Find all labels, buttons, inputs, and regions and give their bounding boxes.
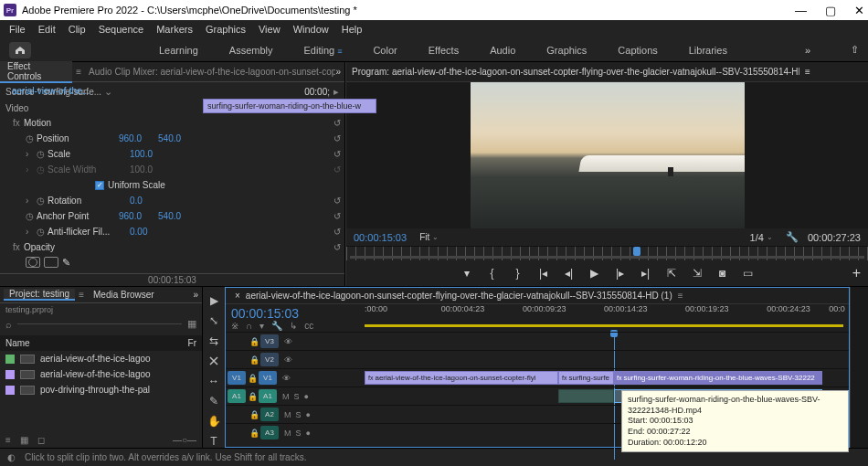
overflow-icon[interactable]: » bbox=[805, 45, 810, 56]
chevron-down-icon[interactable]: ⌄ bbox=[104, 86, 112, 98]
clip-v1a[interactable]: fxaerial-view-of-the-ice-lagoon-on-sunse… bbox=[365, 371, 558, 385]
slip-tool[interactable]: ↔ bbox=[206, 375, 222, 387]
project-item[interactable]: pov-driving-through-the-pal bbox=[0, 382, 202, 397]
extract-icon[interactable]: ⇲ bbox=[689, 267, 705, 280]
stopwatch-icon[interactable]: ◷ bbox=[26, 211, 37, 221]
timeline-ruler[interactable]: :00:00 00:00:04:23 00:00:09:23 00:00:14:… bbox=[365, 304, 843, 330]
insert-icon[interactable]: ↳ bbox=[290, 321, 297, 331]
lock-icon[interactable]: 🔒 bbox=[249, 355, 259, 365]
prop-opacity-group[interactable]: Opacity bbox=[24, 242, 106, 252]
ws-captions[interactable]: Captions bbox=[618, 45, 657, 56]
record-icon[interactable]: ● bbox=[306, 410, 311, 419]
reset-icon[interactable]: ↺ bbox=[333, 196, 341, 206]
settings-icon[interactable]: 🔧 bbox=[271, 321, 282, 331]
stopwatch-icon[interactable]: ◷ bbox=[26, 133, 37, 143]
track-lanes[interactable]: fxaerial-view-of-the-ice-lagoon-on-sunse… bbox=[365, 332, 849, 447]
expand-icon[interactable]: › bbox=[26, 227, 37, 237]
chevron-down-icon[interactable]: ⌄ bbox=[432, 233, 439, 241]
search-icon[interactable]: ⌕ bbox=[5, 319, 12, 330]
toggle-output-icon[interactable]: 👁 bbox=[284, 355, 292, 365]
ws-effects[interactable]: Effects bbox=[429, 45, 459, 56]
expand-icon[interactable]: › bbox=[26, 196, 37, 206]
anchor-y[interactable]: 540.0 bbox=[158, 211, 181, 221]
overlay-clip[interactable]: surfing-surfer-woman-riding-on-the-blue-… bbox=[203, 99, 376, 113]
stopwatch-icon[interactable]: ◷ bbox=[37, 196, 48, 206]
col-fr[interactable]: Fr bbox=[188, 338, 196, 348]
antiflicker-val[interactable]: 0.00 bbox=[130, 227, 147, 237]
compare-icon[interactable]: ▭ bbox=[740, 267, 757, 280]
menu-help[interactable]: Help bbox=[342, 24, 363, 35]
solo-icon[interactable]: S bbox=[294, 392, 300, 401]
list-view-icon[interactable]: ≡ bbox=[5, 435, 11, 445]
lock-icon[interactable]: 🔒 bbox=[248, 374, 257, 383]
uniform-scale-check[interactable]: ✓ bbox=[95, 181, 104, 190]
reset-icon[interactable]: ↺ bbox=[333, 118, 341, 128]
menu-view[interactable]: View bbox=[259, 24, 281, 35]
program-tc-in[interactable]: 00:00:15:03 bbox=[354, 232, 407, 243]
reset-icon[interactable]: ↺ bbox=[333, 211, 341, 221]
filter-icon[interactable]: ▦ bbox=[187, 318, 196, 330]
add-marker-icon[interactable]: ▾ bbox=[459, 267, 475, 280]
toggle-output-icon[interactable]: 👁 bbox=[284, 337, 292, 346]
position-y[interactable]: 540.0 bbox=[158, 133, 181, 143]
source-a1[interactable]: A1 bbox=[228, 389, 246, 403]
mark-in-icon[interactable]: { bbox=[484, 267, 501, 280]
record-icon[interactable]: ● bbox=[304, 392, 309, 401]
lock-icon[interactable]: 🔒 bbox=[249, 410, 259, 419]
anchor-x[interactable]: 960.0 bbox=[119, 211, 142, 221]
scale-val[interactable]: 100.0 bbox=[130, 149, 153, 159]
clip-link[interactable]: aerial-view-of-the... bbox=[9, 84, 92, 98]
button-editor-icon[interactable]: + bbox=[852, 265, 861, 281]
program-ruler[interactable] bbox=[346, 246, 868, 260]
mask-rect-icon[interactable] bbox=[44, 257, 58, 268]
toggle-output-icon[interactable]: 👁 bbox=[282, 374, 291, 383]
menu-edit[interactable]: Edit bbox=[38, 24, 56, 35]
snap-icon[interactable]: ※ bbox=[231, 321, 238, 331]
reset-icon[interactable]: ↺ bbox=[333, 227, 341, 237]
mark-out-icon[interactable]: } bbox=[510, 267, 526, 280]
reset-icon[interactable]: ↺ bbox=[333, 149, 341, 159]
track-v1[interactable]: V1 bbox=[259, 371, 277, 385]
track-a3[interactable]: A3 bbox=[260, 426, 279, 440]
panel-menu-icon[interactable]: ≡ bbox=[75, 290, 88, 300]
project-item[interactable]: aerial-view-of-the-ice-lagoo bbox=[0, 366, 202, 382]
solo-icon[interactable]: S bbox=[296, 429, 302, 438]
step-back-icon[interactable]: ◂| bbox=[561, 267, 577, 280]
menu-clip[interactable]: Clip bbox=[69, 24, 86, 35]
panel-menu-icon[interactable]: ≡ bbox=[678, 291, 683, 301]
program-monitor[interactable] bbox=[346, 82, 868, 228]
ws-audio[interactable]: Audio bbox=[490, 45, 515, 56]
lock-icon[interactable]: 🔒 bbox=[249, 337, 259, 346]
icon-view-icon[interactable]: ▦ bbox=[20, 435, 28, 445]
menu-markers[interactable]: Markers bbox=[156, 24, 193, 35]
playhead-icon[interactable]: ▸ bbox=[333, 86, 339, 98]
export-icon[interactable]: ⇧ bbox=[851, 44, 859, 56]
ws-learning[interactable]: Learning bbox=[159, 45, 198, 56]
program-tab[interactable]: Program: aerial-view-of-the-ice-lagoon-o… bbox=[352, 67, 799, 77]
home-button[interactable] bbox=[9, 42, 31, 58]
lift-icon[interactable]: ⇱ bbox=[663, 267, 680, 280]
settings-icon[interactable]: 🔧 bbox=[786, 231, 799, 243]
overflow-icon[interactable]: » bbox=[335, 67, 344, 77]
menu-window[interactable]: Window bbox=[293, 24, 329, 35]
pen-tool[interactable]: ✎ bbox=[206, 395, 222, 408]
go-out-icon[interactable]: ▸| bbox=[638, 267, 654, 280]
maximize-button[interactable]: ▢ bbox=[825, 4, 836, 17]
solo-icon[interactable]: S bbox=[296, 410, 302, 419]
menu-sequence[interactable]: Sequence bbox=[99, 24, 144, 35]
export-frame-icon[interactable]: ◙ bbox=[715, 267, 731, 280]
panel-menu-icon[interactable]: ≡ bbox=[805, 67, 810, 77]
stopwatch-icon[interactable]: ◷ bbox=[37, 227, 48, 237]
tab-effect-controls[interactable]: Effect Controls bbox=[0, 61, 72, 83]
position-x[interactable]: 960.0 bbox=[119, 133, 142, 143]
mask-pen-icon[interactable]: ✎ bbox=[62, 257, 70, 269]
razor-tool[interactable] bbox=[206, 355, 222, 367]
minimize-button[interactable]: — bbox=[795, 4, 807, 17]
close-tab-icon[interactable]: × bbox=[235, 291, 240, 301]
ws-editing[interactable]: Editing≡ bbox=[304, 45, 343, 56]
mute-icon[interactable]: M bbox=[284, 410, 291, 419]
selection-tool[interactable]: ▶ bbox=[206, 294, 222, 307]
sequence-tab[interactable]: aerial-view-of-the-ice-lagoon-on-sunset-… bbox=[246, 291, 672, 301]
ws-graphics[interactable]: Graphics bbox=[546, 45, 587, 56]
col-name[interactable]: Name bbox=[5, 338, 30, 348]
